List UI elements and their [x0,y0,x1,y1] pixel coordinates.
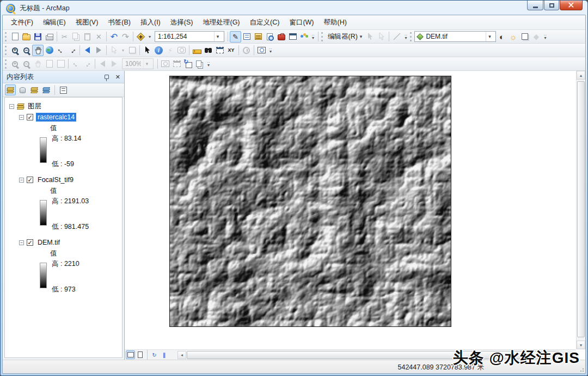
hyperlink-tool[interactable]: ⚡ [164,45,176,56]
measure-tool[interactable] [191,45,203,56]
zoom-in-tool[interactable]: + [9,45,21,56]
list-by-source-button[interactable] [17,84,28,95]
menu-window[interactable]: 窗口(W) [284,16,318,29]
zoom-out-tool[interactable]: − [21,45,32,56]
menu-edit[interactable]: 编辑(E) [38,16,71,29]
editor-toolbar-grip[interactable] [321,32,324,41]
menu-insert[interactable]: 插入(I) [136,16,166,29]
layout-toolbar-grip[interactable] [5,59,8,69]
vertical-scrollbar[interactable]: ▴ ▾ [576,71,585,349]
layout-view-button[interactable] [136,350,145,359]
open-button[interactable] [21,31,32,43]
layout-fixed-zoom-in-button[interactable]: ↔ [70,58,82,70]
pause-drawing-button[interactable]: ∥ [160,350,169,359]
change-layout-button[interactable] [171,58,182,70]
focus-data-frame-button[interactable] [160,58,171,70]
refresh-view-button[interactable]: ↻ [150,350,159,359]
menu-file[interactable]: 文件(F) [6,16,38,29]
title-bar[interactable]: 无标题 - ArcMap ✕ [2,1,586,15]
fixed-zoom-out-button[interactable]: ↔ [66,45,78,56]
editor-toolbar-toggle[interactable]: ✎ [230,31,241,43]
layout-zoom-in-button[interactable]: + [9,58,21,70]
toolbar-grip[interactable] [5,32,8,41]
layout-forward-extent-button[interactable] [108,58,120,70]
full-extent-button[interactable] [44,45,55,56]
scroll-up-button[interactable]: ▴ [577,71,585,80]
scroll-left-button[interactable]: ◂ [177,351,186,359]
expander-icon[interactable]: − [19,115,24,120]
select-features-tool[interactable] [108,45,120,56]
find-button[interactable] [203,45,214,56]
layer-checkbox[interactable]: ✓ [27,114,33,120]
tools-toolbar-grip[interactable] [5,46,8,55]
edit-tool-button[interactable] [364,31,376,43]
layer-checkbox[interactable]: ✓ [27,177,33,183]
brightness-button[interactable]: ☼ [507,31,519,43]
editor-menu-button[interactable]: 编辑器(R) ▾ [326,32,364,41]
find-route-button[interactable] [214,45,225,56]
menu-geoprocessing[interactable]: 地理处理(G) [198,16,244,29]
catalog-button[interactable] [253,31,264,43]
list-by-drawing-order-button[interactable] [5,84,16,95]
expander-icon[interactable]: − [19,178,24,183]
layout-back-extent-button[interactable] [97,58,108,70]
menu-bookmarks[interactable]: 书签(B) [103,16,136,29]
layout-fixed-zoom-out-button[interactable]: ↔ [82,58,93,70]
swipe-button[interactable]: ◆ [530,31,542,43]
menu-view[interactable]: 视图(V) [71,16,103,29]
arctoolbox-button[interactable] [275,31,287,43]
effects-toolbar-overflow[interactable]: ··▾ [542,31,548,43]
toc-close-icon[interactable]: ✕ [114,74,122,81]
python-window-button[interactable] [287,31,298,43]
search-button[interactable] [264,31,275,43]
layout-toolbar-overflow[interactable]: ··▾ [205,58,212,70]
add-data-dropdown[interactable]: ▾ [146,31,153,43]
print-button[interactable] [44,31,55,43]
new-document-button[interactable] [9,31,21,43]
data-driven-pages-setup-button[interactable] [194,58,205,70]
edit-annotation-tool-button[interactable] [376,31,387,43]
pan-tool[interactable] [32,45,44,56]
table-of-contents-button[interactable] [241,31,253,43]
select-elements-tool[interactable] [142,45,153,56]
layout-zoom-out-button[interactable]: − [21,58,32,70]
expander-icon[interactable]: − [19,240,24,245]
effects-toolbar-grip[interactable] [410,32,413,41]
maximize-button[interactable] [544,1,559,10]
go-forward-extent-button[interactable] [93,45,105,56]
time-slider-button[interactable] [241,45,252,56]
redo-button[interactable]: ↷ [120,31,131,43]
go-to-xy-button[interactable]: XY [225,45,237,56]
delete-button[interactable]: ✕ [93,31,105,43]
layout-zoom-combo[interactable]: 100% ▾ [122,58,154,69]
layer-checkbox[interactable]: ✓ [27,239,33,246]
standard-toolbar-overflow[interactable]: ··▾ [310,31,316,43]
effects-layer-combo[interactable]: DEM.tif ▾ [414,31,496,42]
contrast-button[interactable]: ◐ [496,31,507,43]
layers-root-label[interactable]: 图层 [28,102,41,111]
data-view-button[interactable] [126,350,135,359]
identify-tool[interactable]: i [153,45,164,56]
go-back-extent-button[interactable] [82,45,93,56]
layout-pan-button[interactable] [32,58,44,70]
straight-segment-tool-button[interactable] [391,31,402,43]
layer-name[interactable]: rastercalc14 [36,113,76,122]
select-features-dropdown[interactable]: ▾ [120,45,126,56]
map-scale-combo[interactable]: 1:161,254 ▾ [155,31,224,42]
menu-customize[interactable]: 自定义(C) [245,16,285,29]
save-button[interactable] [32,31,44,43]
hillshade-raster-map[interactable] [169,76,451,327]
toc-options-button[interactable] [58,84,69,95]
viewer-window-button[interactable] [256,45,267,56]
paste-button[interactable] [82,31,93,43]
layer-name[interactable]: DEM.tif [36,238,62,247]
add-data-button[interactable]: + [135,31,146,43]
close-button[interactable]: ✕ [560,1,583,10]
minimize-button[interactable] [527,1,543,10]
pin-icon[interactable] [105,75,109,79]
expander-icon[interactable]: − [9,104,14,109]
zoom-whole-page-button[interactable] [44,58,55,70]
list-by-selection-button[interactable] [41,84,52,95]
cut-button[interactable]: ✂ [59,31,70,43]
clear-selection-button[interactable] [126,45,138,56]
